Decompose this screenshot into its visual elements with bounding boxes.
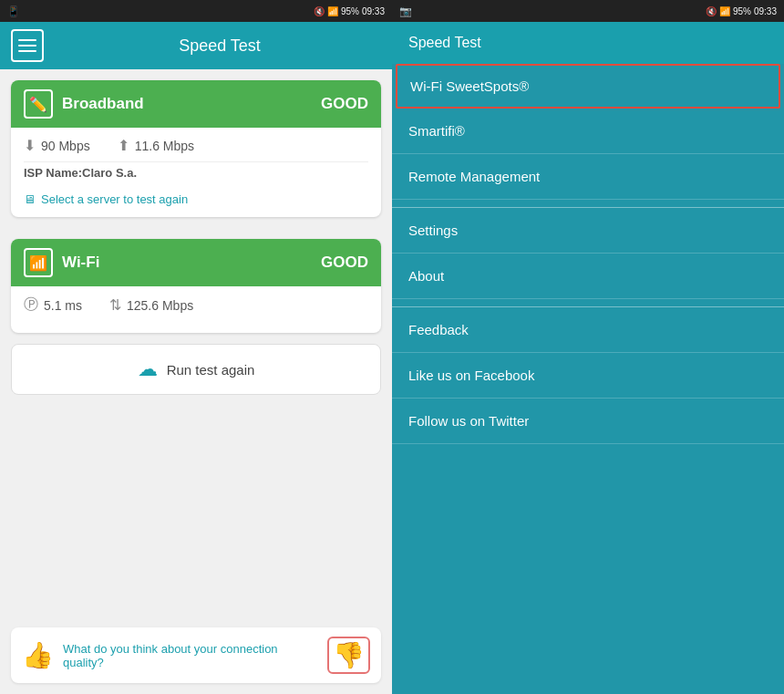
menu-item-label: About <box>408 268 444 284</box>
feedback-bar: 👍 What do you think about your connectio… <box>11 627 381 683</box>
feedback-text: What do you think about your connection … <box>63 642 318 669</box>
menu-item-settings[interactable]: Settings <box>392 207 784 254</box>
right-status-bar: 📷 🔇 📶 95% 09:33 <box>392 0 784 22</box>
isp-value: Claro S.a. <box>82 166 137 180</box>
right-wifi-icon: 📶 <box>719 6 730 16</box>
broadband-header-left: ✏️ Broadband <box>24 89 144 119</box>
download-stat: ⬇ 90 Mbps <box>24 137 90 154</box>
isp-line: ISP Name:Claro S.a. <box>24 161 368 180</box>
notification-icon: 📱 <box>7 5 20 17</box>
menu-item-wifi-sweetspots[interactable]: Wi-Fi SweetSpots® <box>396 64 780 109</box>
wifi-icon: 📶 <box>24 248 53 277</box>
broadband-status: GOOD <box>321 95 368 113</box>
wifi-speed-value: 125.6 Mbps <box>127 298 193 313</box>
menu-item-label: Like us on Facebook <box>408 368 534 383</box>
right-clock: 09:33 <box>754 6 777 16</box>
menu-item-label: Settings <box>408 223 458 238</box>
right-panel: 📷 🔇 📶 95% 09:33 Speed Test Wi-Fi SweetSp… <box>392 0 784 694</box>
menu-item-label: Remote Management <box>408 169 540 184</box>
menu-item-twitter[interactable]: Follow us on Twitter <box>392 399 784 444</box>
wifi-label: Wi-Fi <box>62 254 99 272</box>
wifi-card-body: Ⓟ 5.1 ms ⇅ 125.6 Mbps <box>11 286 381 333</box>
left-status-bar: 📱 🔇 📶 95% 09:33 <box>0 0 392 22</box>
hamburger-bar-3 <box>18 50 36 52</box>
wifi-card: 📶 Wi-Fi GOOD Ⓟ 5.1 ms ⇅ 125.6 Mbps <box>11 239 381 333</box>
menu-item-label: Feedback <box>408 322 469 337</box>
run-test-label: Run test again <box>167 362 255 378</box>
hamburger-button[interactable] <box>11 29 44 62</box>
select-server-link[interactable]: 🖥 Select a server to test again <box>24 187 368 206</box>
wifi-card-header: 📶 Wi-Fi GOOD <box>11 239 381 286</box>
broadband-card-body: ⬇ 90 Mbps ⬆ 11.6 Mbps ISP Name:Claro S.a… <box>11 128 381 217</box>
menu-header-label: Speed Test <box>408 35 481 50</box>
run-test-button[interactable]: ☁ Run test again <box>11 344 381 395</box>
wifi-speed-icon: ⇅ <box>109 296 121 314</box>
right-mute-icon: 🔇 <box>706 6 717 16</box>
menu-item-facebook[interactable]: Like us on Facebook <box>392 353 784 399</box>
broadband-label: Broadband <box>62 95 144 113</box>
broadband-stats: ⬇ 90 Mbps ⬆ 11.6 Mbps <box>24 137 368 154</box>
wifi-header-left: 📶 Wi-Fi <box>24 248 99 277</box>
right-notification-icon: 📷 <box>399 5 412 17</box>
upload-icon: ⬆ <box>118 137 129 154</box>
menu-item-about[interactable]: About <box>392 254 784 299</box>
broadband-icon: ✏️ <box>24 89 53 119</box>
menu-item-remote-management[interactable]: Remote Management <box>392 154 784 200</box>
page-title: Speed Test <box>58 36 381 56</box>
menu-item-smartifi[interactable]: Smartifi® <box>392 109 784 154</box>
menu-item-feedback[interactable]: Feedback <box>392 306 784 353</box>
top-bar: Speed Test <box>0 22 392 69</box>
right-battery: 95% <box>733 6 751 16</box>
menu-item-label: Follow us on Twitter <box>408 413 529 429</box>
server-link-text: Select a server to test again <box>41 192 188 206</box>
right-status-right: 🔇 📶 95% 09:33 <box>706 6 777 16</box>
spacer <box>0 406 392 627</box>
hamburger-bar-2 <box>18 45 36 47</box>
clock: 09:33 <box>362 6 385 16</box>
left-panel-content: ✏️ Broadband GOOD ⬇ 90 Mbps ⬆ 11.6 Mbps <box>0 69 392 694</box>
status-right: 🔇 📶 95% 09:33 <box>314 6 385 16</box>
broadband-card-header: ✏️ Broadband GOOD <box>11 80 381 128</box>
hamburger-bar-1 <box>18 39 36 41</box>
broadband-card: ✏️ Broadband GOOD ⬇ 90 Mbps ⬆ 11.6 Mbps <box>11 80 381 217</box>
wifi-stats: Ⓟ 5.1 ms ⇅ 125.6 Mbps <box>24 295 368 315</box>
ping-icon: Ⓟ <box>24 295 38 315</box>
monitor-icon: 🖥 <box>24 192 36 206</box>
download-icon: ⬇ <box>24 137 36 154</box>
menu-header: Speed Test <box>392 22 784 64</box>
battery-level: 95% <box>341 6 359 16</box>
mute-icon: 🔇 <box>314 6 325 16</box>
right-status-left: 📷 <box>399 5 412 17</box>
download-value: 90 Mbps <box>41 139 90 153</box>
menu-item-label: Smartifi® <box>408 123 465 139</box>
thumbs-up-icon[interactable]: 👍 <box>22 640 54 670</box>
status-left: 📱 <box>7 5 20 17</box>
ping-stat: Ⓟ 5.1 ms <box>24 295 82 315</box>
cloud-icon: ☁ <box>138 357 158 381</box>
upload-stat: ⬆ 11.6 Mbps <box>118 137 194 154</box>
isp-label: ISP Name: <box>24 166 82 180</box>
wifi-speed-stat: ⇅ 125.6 Mbps <box>109 295 193 315</box>
upload-value: 11.6 Mbps <box>135 139 194 153</box>
wifi-status: GOOD <box>321 254 368 272</box>
thumbs-down-icon[interactable]: 👎 <box>327 637 370 674</box>
wifi-signal-icon: 📶 <box>327 6 338 16</box>
menu-item-label: Wi-Fi SweetSpots® <box>410 78 529 94</box>
left-panel: 📱 🔇 📶 95% 09:33 Speed Test ✏️ Broadband … <box>0 0 392 694</box>
ping-value: 5.1 ms <box>44 298 82 313</box>
